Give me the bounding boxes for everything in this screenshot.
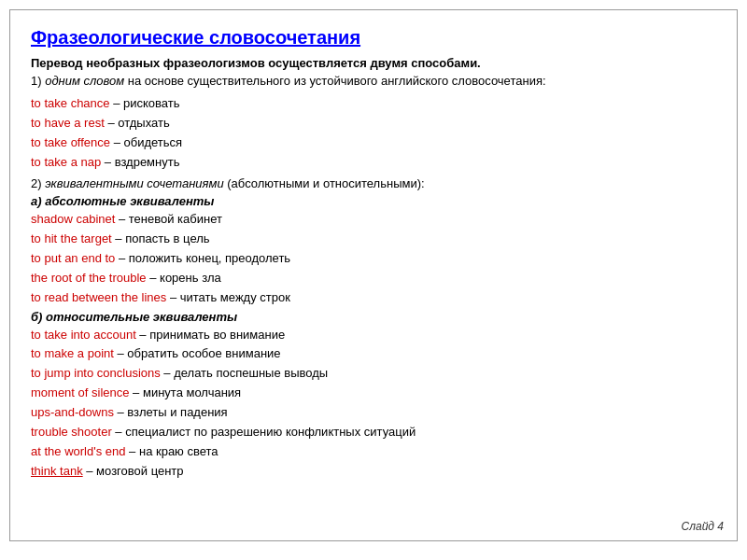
section2b-header: б) относительные эквиваленты [31, 310, 716, 324]
phrase-line: at the world's end – на краю света [31, 443, 716, 461]
intro2-number: 2) [31, 176, 45, 190]
phrase-translation: – на краю света [126, 444, 218, 458]
phrase-text: think tank [31, 464, 83, 478]
phrase-line: to put an end to – положить конец, преод… [31, 250, 716, 268]
phrase-text: to read between the lines [31, 290, 166, 304]
phrase-line: to read between the lines – читать между… [31, 289, 716, 307]
intro-section2: 2) эквивалентными сочетаниями (абсолютны… [31, 176, 716, 190]
section1-phrases: to take chance – рисковать to have a res… [31, 95, 716, 171]
intro-section1: 1) одним словом на основе существительно… [31, 74, 716, 88]
phrase-text: shadow cabinet [31, 212, 115, 226]
phrase-translation: – теневой кабинет [115, 212, 222, 226]
phrase-translation: – вздремнуть [101, 155, 179, 169]
phrase-translation: – делать поспешные выводы [161, 366, 328, 380]
phrase-text: to make a point [31, 346, 114, 360]
phrase-translation: – взлеты и падения [114, 405, 228, 419]
phrase-translation: – минута молчания [130, 385, 242, 399]
phrase-translation: – специалист по разрешению конфликтных с… [112, 425, 416, 439]
phrase-line: think tank – мозговой центр [31, 463, 716, 481]
phrase-text: trouble shooter [31, 425, 112, 439]
phrase-text: to take into account [31, 328, 136, 342]
slide-number: Слайд 4 [682, 520, 724, 533]
phrase-line: to hit the target – попасть в цель [31, 231, 716, 248]
phrase-translation: – рисковать [110, 96, 180, 110]
phrase-line: moment of silence – минута молчания [31, 385, 716, 402]
phrase-text: to have a rest [31, 116, 105, 130]
intro1-number: 1) [31, 74, 45, 88]
phrase-translation: – корень зла [147, 271, 221, 285]
phrase-line: trouble shooter – специалист по разрешен… [31, 424, 716, 441]
phrase-translation: – отдыхать [105, 116, 170, 130]
phrase-translation: – обратить особое внимание [114, 346, 281, 360]
phrase-text: to take chance [31, 96, 110, 110]
phrase-line: to take a nap – вздремнуть [31, 154, 716, 172]
phrase-text: moment of silence [31, 385, 130, 399]
phrase-text: at the world's end [31, 444, 126, 458]
intro2-italic: эквивалентными сочетаниями [45, 176, 224, 190]
section2b-phrases: to take into account – принимать во вним… [31, 327, 716, 481]
phrase-text: ups-and-downs [31, 405, 114, 419]
slide-container: Фразеологические словосочетания Перевод … [9, 9, 738, 541]
phrase-translation: – читать между строк [166, 290, 290, 304]
phrase-text: to put an end to [31, 251, 115, 265]
section2a-phrases: shadow cabinet – теневой кабинет to hit … [31, 211, 716, 306]
phrase-text: to jump into conclusions [31, 366, 161, 380]
phrase-translation: – принимать во внимание [136, 328, 285, 342]
phrase-line: ups-and-downs – взлеты и падения [31, 404, 716, 422]
phrase-line: to take into account – принимать во вним… [31, 327, 716, 344]
phrase-translation: – обидеться [110, 135, 182, 149]
phrase-line: shadow cabinet – теневой кабинет [31, 211, 716, 229]
phrase-translation: – попасть в цель [112, 231, 210, 245]
section2a-header: а) абсолютные эквиваленты [31, 194, 716, 208]
slide-subtitle: Перевод необразных фразеологизмов осущес… [31, 56, 716, 70]
phrase-line: to make a point – обратить особое вниман… [31, 345, 716, 363]
phrase-translation: – мозговой центр [83, 464, 184, 478]
phrase-text: to take offence [31, 135, 110, 149]
phrase-text: to take a nap [31, 155, 101, 169]
phrase-text: to hit the target [31, 231, 112, 245]
phrase-line: the root of the trouble – корень зла [31, 270, 716, 287]
phrase-line: to have a rest – отдыхать [31, 115, 716, 133]
slide-title: Фразеологические словосочетания [31, 27, 716, 49]
phrase-translation: – положить конец, преодолеть [115, 251, 290, 265]
phrase-line: to jump into conclusions – делать поспеш… [31, 365, 716, 383]
phrase-text: the root of the trouble [31, 271, 147, 285]
intro1-rest: на основе существительного из устойчивог… [124, 74, 545, 88]
intro2-rest: (абсолютными и относительными): [224, 176, 425, 190]
intro1-italic: одним словом [45, 74, 124, 88]
phrase-line: to take chance – рисковать [31, 95, 716, 113]
phrase-line: to take offence – обидеться [31, 134, 716, 152]
